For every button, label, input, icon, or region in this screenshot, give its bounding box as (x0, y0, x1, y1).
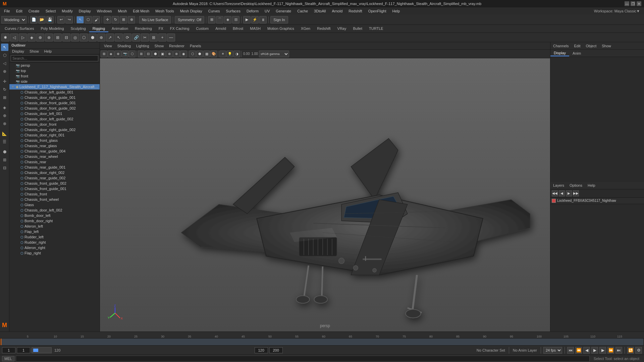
go-to-start-btn[interactable]: ⏮ (567, 347, 574, 354)
tool-btn-14[interactable]: ⊟ (1, 164, 8, 172)
vp-tb-6[interactable]: ⊞ (138, 51, 145, 57)
vp-menu-show[interactable]: Show (152, 43, 167, 49)
shelf-icon-6[interactable]: ⊗ (45, 34, 53, 42)
new-file-btn[interactable]: 📄 (30, 16, 38, 23)
shelf-icon-18[interactable]: ⊞ (150, 34, 158, 42)
redo-btn[interactable]: ↪ (65, 16, 73, 23)
tree-item[interactable]: ⬡Bomb_door_left (9, 213, 100, 218)
paint-select[interactable]: 🖌 (93, 16, 100, 23)
vp-tb-smooth[interactable]: ⬢ (196, 51, 203, 57)
shelf-icon-15[interactable]: ⟳ (123, 34, 131, 42)
menu-item-generate[interactable]: Generate (273, 8, 294, 14)
play-btn[interactable]: ▶ (591, 347, 598, 354)
frame-range-bar[interactable] (32, 347, 52, 353)
vp-tb-12[interactable]: ◉ (180, 51, 187, 57)
vp-tb-3[interactable]: ⊕ (115, 51, 121, 57)
vp-tb-wireframe[interactable]: ⬡ (189, 51, 196, 57)
ipr-render-btn[interactable]: ⚡ (251, 16, 259, 23)
shelf-icon-17[interactable]: ✂ (141, 34, 149, 42)
vp-menu-panels[interactable]: Panels (187, 43, 204, 49)
vp-tb-1[interactable]: ⊞ (101, 51, 107, 57)
open-file-btn[interactable]: 📂 (38, 16, 46, 23)
sign-in-btn[interactable]: Sign In (270, 16, 288, 23)
vp-menu-lighting[interactable]: Lighting (133, 43, 152, 49)
vp-tb-texture[interactable]: 🎨 (210, 51, 217, 57)
shelf-tab-sculpting[interactable]: Sculpting (67, 25, 89, 32)
tree-item[interactable]: 📷front (9, 73, 100, 79)
prev-frame-btn[interactable]: ◀ (583, 347, 590, 354)
shelf-tab-motion-graphics[interactable]: Motion Graphics (264, 25, 298, 32)
menu-item-mesh-tools[interactable]: Mesh Tools (153, 8, 176, 14)
restore-button[interactable]: ❐ (631, 1, 635, 6)
shelf-icon-11[interactable]: ⬢ (89, 34, 97, 42)
close-button[interactable]: ✕ (637, 1, 641, 6)
tree-item[interactable]: ⬡Bomb_door_right (9, 218, 100, 224)
menu-item-surfaces[interactable]: Surfaces (223, 8, 243, 14)
render-btn[interactable]: ▶ (243, 16, 251, 23)
shelf-tab-turtle[interactable]: TURTLE (366, 25, 387, 32)
shelf-icon-13[interactable]: ↗ (106, 34, 114, 42)
menu-item-cache[interactable]: Cache (294, 8, 311, 14)
outliner-search-input[interactable] (11, 55, 98, 61)
outliner-menu-show[interactable]: Show (27, 49, 42, 54)
tree-item[interactable]: ⬡Rudder_left (9, 234, 100, 240)
playback-end-input[interactable] (255, 347, 268, 353)
rotate-tool[interactable]: ↻ (112, 16, 119, 23)
tree-item[interactable]: ⬡Chassis_front_guide_001 (9, 186, 100, 191)
loop-btn[interactable]: 🔁 (627, 347, 634, 354)
vp-tb-flat[interactable]: ▦ (203, 51, 210, 57)
tree-item[interactable]: ⬡Glass (9, 202, 100, 207)
outliner-menu-help[interactable]: Help (42, 49, 55, 54)
vp-tb-7[interactable]: ⊟ (145, 51, 152, 57)
menu-item-edit-mesh[interactable]: Edit Mesh (130, 8, 152, 14)
anim-btn-2[interactable]: ▶ (566, 190, 572, 196)
tree-item[interactable]: ⬡Chassis_door_front_guide_002 (9, 106, 100, 111)
next-key-btn[interactable]: ⏩ (607, 347, 614, 354)
undo-btn[interactable]: ↩ (57, 16, 65, 23)
vp-tb-2[interactable]: ◈ (108, 51, 114, 57)
tree-item[interactable]: ⬡Chassis_front_wheel (9, 197, 100, 202)
shelf-icon-14[interactable]: ↖ (115, 34, 123, 42)
tree-item[interactable]: 📷persp (9, 63, 100, 68)
menu-item-display[interactable]: Display (76, 8, 94, 14)
shelf-tab-animation[interactable]: Animation (108, 25, 131, 32)
shelf-icon-10[interactable]: ⬡ (80, 34, 88, 42)
snap-to-grid[interactable]: ⊞ (208, 16, 215, 23)
shelf-tab-fx[interactable]: FX (155, 25, 167, 32)
viewport-canvas[interactable]: X Y Z persp (100, 58, 550, 331)
shelf-tab-redshift[interactable]: Redshift (314, 25, 334, 32)
select-tool[interactable]: ↖ (76, 16, 84, 23)
tree-item[interactable]: ⬡Chassis_door_right_001 (9, 132, 100, 138)
mel-label[interactable]: MEL (2, 356, 14, 361)
tree-item[interactable]: ⬡Chassis_rear_wheel (9, 154, 100, 159)
tool-btn-11[interactable]: ☰ (1, 138, 8, 145)
tool-btn-3[interactable]: ⊕ (1, 68, 8, 75)
save-file-btn[interactable]: 💾 (46, 16, 54, 23)
snap-to-curve[interactable]: ⌒ (216, 16, 223, 23)
universal-manip[interactable]: ⊕ (128, 16, 135, 23)
shelf-tab-rendering[interactable]: Rendering (131, 25, 155, 32)
shelf-icon-19[interactable]: + (158, 34, 166, 42)
menu-item-windows[interactable]: Windows (94, 8, 115, 14)
ch-header-object[interactable]: Object (583, 43, 599, 49)
vp-tb-light2[interactable]: 💡 (226, 51, 233, 57)
symmetry-off-btn[interactable]: Symmetry: Off (175, 16, 204, 23)
menu-item-3dtoall[interactable]: 3DtoAll (311, 8, 328, 14)
timeline-settings-btn[interactable]: ⚙ (635, 347, 642, 354)
tool-btn-5[interactable]: ↻ (1, 86, 8, 93)
tool-btn-4[interactable]: ✛ (1, 78, 8, 85)
tree-item[interactable]: ⬡Chassis_rear_guide_004 (9, 148, 100, 154)
shelf-icon-12[interactable]: ⊕ (97, 34, 105, 42)
shelf-icon-8[interactable]: ⊟ (62, 34, 70, 42)
tree-item[interactable]: 📷side (9, 79, 100, 84)
menu-item-modify[interactable]: Modify (59, 8, 75, 14)
tree-item[interactable]: 📷top (9, 68, 100, 73)
no-live-surface-btn[interactable]: No Live Surface (139, 16, 171, 23)
menu-item-mesh[interactable]: Mesh (115, 8, 129, 14)
tool-btn-7[interactable]: ◈ (1, 104, 8, 111)
vp-tb-9[interactable]: ▣ (159, 51, 166, 57)
anim-btn-3[interactable]: ▶▶ (573, 190, 579, 196)
select-mode-btn[interactable]: ↖ (1, 44, 8, 51)
tree-item[interactable]: ⬡Chassis_door_front_guide_001 (9, 100, 100, 106)
snap-to-view[interactable]: ⊟ (232, 16, 239, 23)
